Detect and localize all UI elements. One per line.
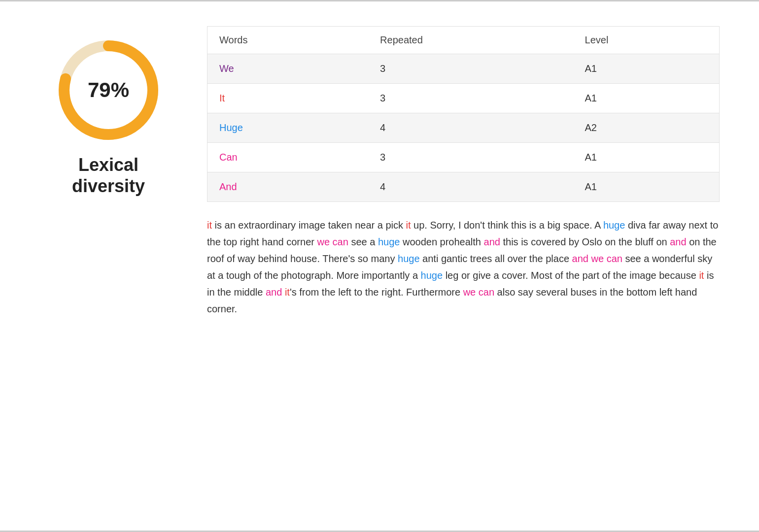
- inline-and-3: and: [572, 253, 588, 264]
- level-cell: A1: [573, 84, 720, 113]
- repeated-cell: 3: [368, 54, 573, 84]
- word-huge: Huge: [219, 122, 243, 133]
- repeated-cell: 4: [368, 172, 573, 202]
- col-header-level: Level: [573, 27, 720, 54]
- word-cell: And: [207, 172, 369, 202]
- table-header-row: Words Repeated Level: [207, 27, 720, 54]
- repeated-cell: 3: [368, 84, 573, 113]
- word-cell: We: [207, 54, 369, 84]
- inline-and-2: and: [670, 236, 686, 247]
- level-cell: A1: [573, 54, 720, 84]
- table-row: We 3 A1: [207, 54, 720, 84]
- left-panel: 79% Lexical diversity: [39, 26, 177, 506]
- right-panel: Words Repeated Level We 3 A1 It 3 A1 Hug…: [207, 26, 720, 506]
- text-paragraph: it is an extraordinary image taken near …: [207, 217, 720, 317]
- inline-huge-4: huge: [421, 270, 443, 281]
- inline-it-3: it: [699, 270, 704, 281]
- word-can: Can: [219, 152, 238, 163]
- inline-wecan-1: we can: [317, 236, 348, 247]
- inline-wecan-3: we can: [463, 287, 494, 298]
- inline-and-1: and: [484, 236, 500, 247]
- word-and: And: [219, 181, 237, 192]
- inline-it-1: it: [207, 220, 212, 231]
- repeated-cell: 4: [368, 113, 573, 143]
- col-header-words: Words: [207, 27, 369, 54]
- word-we: We: [219, 63, 234, 74]
- word-cell: Huge: [207, 113, 369, 143]
- table-row: Huge 4 A2: [207, 113, 720, 143]
- donut-chart: 79%: [54, 36, 163, 144]
- words-table: Words Repeated Level We 3 A1 It 3 A1 Hug…: [207, 26, 720, 202]
- inline-it-2: it: [406, 220, 411, 231]
- inline-huge-2: huge: [378, 236, 400, 247]
- inline-and-4: and: [266, 287, 282, 298]
- level-cell: A1: [573, 143, 720, 172]
- percentage-text: 79%: [88, 78, 129, 102]
- table-row: It 3 A1: [207, 84, 720, 113]
- col-header-repeated: Repeated: [368, 27, 573, 54]
- inline-huge-3: huge: [398, 253, 420, 264]
- repeated-cell: 3: [368, 143, 573, 172]
- inline-huge-1: huge: [603, 220, 625, 231]
- lexical-label: Lexical diversity: [72, 154, 145, 197]
- main-container: 79% Lexical diversity Words Repeated Lev…: [0, 1, 759, 531]
- table-row: Can 3 A1: [207, 143, 720, 172]
- inline-wecan-2: we can: [591, 253, 622, 264]
- word-it: It: [219, 93, 225, 103]
- inline-it-4: it: [285, 287, 290, 298]
- level-cell: A2: [573, 113, 720, 143]
- level-cell: A1: [573, 172, 720, 202]
- word-cell: It: [207, 84, 369, 113]
- table-row: And 4 A1: [207, 172, 720, 202]
- word-cell: Can: [207, 143, 369, 172]
